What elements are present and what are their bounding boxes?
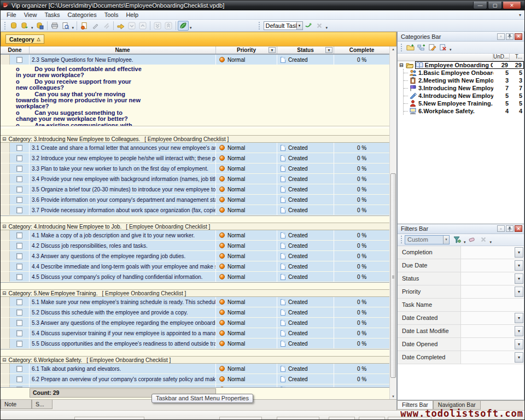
menu-file[interactable]: File bbox=[3, 11, 20, 19]
tree-category-row[interactable]: 6.Workplace Safety. 4 4 bbox=[404, 107, 524, 115]
task-row[interactable]: 6.2 Prepare an overview of your company'… bbox=[1, 374, 396, 384]
move-top-button[interactable] bbox=[163, 21, 174, 31]
panel-pin-icon[interactable] bbox=[506, 225, 514, 232]
filter-dropdown-icon[interactable]: ▾ bbox=[515, 326, 523, 336]
title-bar[interactable]: Vip organizer [C:\Users\dmitry\Documents… bbox=[1, 1, 524, 10]
clear-view-button[interactable] bbox=[314, 21, 325, 31]
categories-toolbar-overflow-icon[interactable]: ▾ bbox=[448, 48, 453, 52]
status-filter-dropdown-icon[interactable]: ▾ bbox=[325, 47, 332, 53]
done-checkbox[interactable] bbox=[16, 299, 22, 305]
done-checkbox[interactable] bbox=[16, 243, 22, 249]
filter-value-cell[interactable]: ▾ bbox=[461, 325, 524, 337]
task-row[interactable]: 3.6 Provide information on your company'… bbox=[1, 195, 396, 205]
tree-category-row[interactable]: 1.Basic Employee Onboarding 5 5 bbox=[404, 69, 524, 77]
new-database-button[interactable] bbox=[8, 21, 19, 31]
done-checkbox[interactable] bbox=[16, 253, 22, 259]
remove-filter-button[interactable] bbox=[478, 235, 489, 244]
task-row[interactable]: 4.4 Describe immediate and long-term goa… bbox=[1, 261, 396, 272]
tab-more[interactable]: S... bbox=[32, 400, 52, 409]
task-view-dropdown-icon[interactable]: ▾ bbox=[296, 22, 302, 30]
done-checkbox[interactable] bbox=[16, 264, 22, 270]
done-checkbox[interactable] bbox=[16, 330, 22, 336]
filter-value-cell[interactable]: ▾ bbox=[461, 351, 524, 364]
task-row[interactable]: 4.1 Make a copy of a job description and… bbox=[1, 230, 396, 241]
print-dropdown-icon[interactable]: ▾ bbox=[71, 26, 75, 30]
apply-filter-button[interactable] bbox=[452, 235, 463, 244]
filter-value-cell[interactable]: ▾ bbox=[461, 312, 524, 324]
column-header-complete[interactable]: Complete bbox=[334, 46, 390, 54]
task-row[interactable]: 3.5 Organize a brief tour (20-30 minutes… bbox=[1, 184, 396, 195]
task-row[interactable]: 6.1 Talk about parking and elevators. No… bbox=[1, 364, 396, 374]
apply-view-button[interactable] bbox=[303, 21, 314, 31]
filter-preset-combo[interactable]: Custom ▾ bbox=[405, 235, 450, 244]
task-row[interactable]: 3.4 Provide your new employee with backg… bbox=[1, 174, 396, 184]
collapse-icon[interactable]: ⊟ bbox=[2, 224, 7, 229]
tree-category-row[interactable]: 3.Introducing New Employee t 7 7 bbox=[404, 84, 524, 92]
task-row[interactable]: 3.7 Provide necessary information about … bbox=[1, 205, 396, 215]
column-header-priority[interactable]: Priority ▾ bbox=[216, 46, 277, 54]
view-mode-dropdown-icon[interactable]: ▾ bbox=[189, 26, 193, 30]
task-note-block[interactable]: o Do you feel comfortable and effective … bbox=[1, 65, 396, 126]
done-checkbox[interactable] bbox=[16, 387, 22, 388]
task-row[interactable]: 5.4 Discuss supervisor training if your … bbox=[1, 328, 396, 339]
menu-overflow-icon[interactable]: ▾ bbox=[519, 13, 521, 18]
filter-value-cell[interactable] bbox=[461, 299, 524, 311]
task-row[interactable]: 2.3 Sample Questions for New Employee. N… bbox=[1, 55, 396, 65]
edit-task-button[interactable] bbox=[90, 21, 101, 31]
filters-toolbar-overflow-icon[interactable]: ▾ bbox=[489, 240, 493, 244]
tree-category-row[interactable]: 4.Introducing New Employee t 5 5 bbox=[404, 92, 524, 100]
new-category-button[interactable] bbox=[405, 43, 416, 52]
filter-dropdown-icon[interactable]: ▾ bbox=[515, 260, 523, 271]
task-row[interactable]: 3.2 Introduce your new employee to peopl… bbox=[1, 153, 396, 164]
panel-dock-icon[interactable]: ▫ bbox=[497, 33, 505, 40]
close-button[interactable]: ✕ bbox=[503, 2, 521, 9]
open-database-dropdown-icon[interactable]: ▾ bbox=[30, 26, 34, 30]
done-checkbox[interactable] bbox=[16, 274, 22, 280]
tree-root-row[interactable]: ⊟ Employee Onboarding Checklis 29 29 bbox=[398, 61, 524, 69]
vertical-scrollbar[interactable]: ▴ ▾ bbox=[389, 46, 396, 399]
priority-filter-dropdown-icon[interactable]: ▾ bbox=[269, 47, 276, 53]
task-row[interactable]: 3.3 Plan to take your new worker to lunc… bbox=[1, 164, 396, 174]
collapse-icon[interactable]: ⊟ bbox=[2, 136, 7, 142]
filter-dropdown-icon[interactable]: ▾ bbox=[515, 247, 523, 258]
apply-filter-dropdown-icon[interactable]: ▾ bbox=[463, 240, 467, 244]
tab-note[interactable]: Note bbox=[1, 400, 32, 409]
column-header-name[interactable]: Name bbox=[30, 46, 216, 54]
task-row[interactable]: 3.1 Create and share a formal letter tha… bbox=[1, 143, 396, 153]
delete-task-button[interactable] bbox=[101, 21, 112, 31]
collapse-icon[interactable]: ⊟ bbox=[2, 290, 7, 296]
task-row[interactable]: 5.1 Make sure your new employee's traini… bbox=[1, 297, 396, 307]
open-database-button[interactable] bbox=[19, 21, 30, 31]
done-checkbox[interactable] bbox=[16, 232, 22, 238]
menu-help[interactable]: Help bbox=[122, 11, 142, 19]
done-checkbox[interactable] bbox=[16, 341, 22, 347]
filter-dropdown-icon[interactable]: ▾ bbox=[515, 339, 523, 349]
category-group-header[interactable]: ⊟ Category: 6.Workplace Safety. [ Employ… bbox=[1, 356, 396, 364]
panel-close-icon[interactable]: ✕ bbox=[515, 225, 522, 232]
task-row[interactable]: 4.3 Answer any questions of the employee… bbox=[1, 251, 396, 261]
scroll-up-icon[interactable]: ▴ bbox=[390, 46, 396, 52]
column-header-done[interactable]: Done bbox=[1, 46, 30, 54]
view-mode-button[interactable] bbox=[178, 21, 189, 31]
scrollbar-thumb[interactable] bbox=[390, 173, 396, 378]
minimize-button[interactable]: — bbox=[473, 2, 487, 9]
done-checkbox[interactable] bbox=[16, 145, 22, 151]
task-row[interactable]: 5.3 Answer any questions of the employee… bbox=[1, 318, 396, 328]
menu-tasks[interactable]: Tasks bbox=[40, 11, 63, 19]
done-checkbox[interactable] bbox=[16, 166, 22, 172]
group-by-category-chip[interactable]: Category △ bbox=[5, 34, 44, 44]
toolbar-overflow-icon[interactable]: ▾ bbox=[325, 26, 329, 30]
category-group-header[interactable]: ⊟ Category: 5.New Employee Training. [ E… bbox=[1, 289, 396, 297]
task-row[interactable]: 6.3 Explain procedures in case of fire, … bbox=[1, 384, 396, 387]
move-up-button[interactable] bbox=[137, 21, 148, 31]
print-preview-button[interactable] bbox=[60, 21, 71, 31]
done-checkbox[interactable] bbox=[16, 57, 22, 63]
column-total[interactable]: T... bbox=[510, 54, 524, 61]
done-checkbox[interactable] bbox=[16, 186, 22, 192]
tree-category-row[interactable]: 2.Meeting with New Employee 3 3 bbox=[404, 77, 524, 84]
selected-category[interactable]: Employee Onboarding Checklis 29 29 bbox=[415, 61, 524, 69]
filter-value-cell[interactable]: ▾ bbox=[461, 272, 524, 285]
done-checkbox[interactable] bbox=[16, 207, 22, 213]
panel-pin-icon[interactable] bbox=[506, 33, 514, 40]
done-checkbox[interactable] bbox=[16, 155, 22, 161]
